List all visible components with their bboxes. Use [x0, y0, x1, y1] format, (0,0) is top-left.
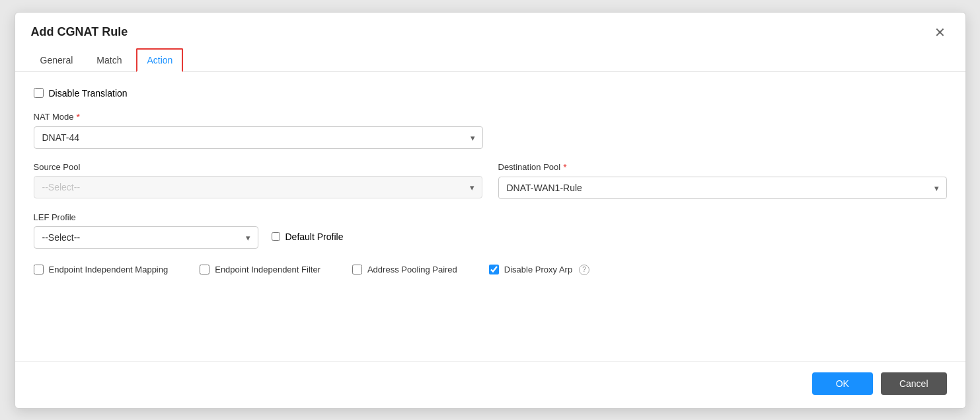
disable-translation-checkbox[interactable]: [34, 88, 44, 98]
default-profile-label: Default Profile: [285, 231, 344, 242]
cancel-button[interactable]: Cancel: [881, 372, 947, 395]
lef-row: LEF Profile --Select-- Default Profile: [34, 212, 947, 249]
pools-row: Source Pool --Select-- Destination Pool …: [34, 162, 947, 199]
destination-pool-select-wrapper: DNAT-WAN1-Rule: [498, 177, 947, 199]
disable-proxy-arp-info-icon[interactable]: ?: [579, 265, 589, 275]
checkboxes-row: Endpoint Independent Mapping Endpoint In…: [34, 265, 947, 275]
disable-translation-label: Disable Translation: [49, 88, 128, 99]
add-cgnat-rule-dialog: Add CGNAT Rule ✕ General Match Action Di…: [15, 12, 966, 409]
dialog-title: Add CGNAT Rule: [31, 25, 128, 39]
dialog-footer: OK Cancel: [15, 361, 965, 408]
nat-mode-select-wrapper: DNAT-44 DNAT-46 SNAT-44 SNAT-46: [34, 126, 483, 149]
address-pooling-paired-label: Address Pooling Paired: [367, 265, 457, 274]
endpoint-independent-mapping-label: Endpoint Independent Mapping: [49, 265, 169, 274]
destination-pool-required: *: [563, 162, 566, 173]
source-pool-select-wrapper: --Select--: [34, 176, 482, 198]
disable-proxy-arp-checkbox[interactable]: [489, 265, 499, 274]
destination-pool-label: Destination Pool *: [498, 162, 947, 173]
lef-profile-select[interactable]: --Select--: [34, 226, 258, 249]
address-pooling-paired-item: Address Pooling Paired: [352, 265, 457, 274]
destination-pool-select[interactable]: DNAT-WAN1-Rule: [498, 177, 947, 199]
ok-button[interactable]: OK: [812, 372, 873, 395]
nat-mode-required: *: [76, 112, 79, 122]
tab-match[interactable]: Match: [87, 50, 131, 72]
endpoint-independent-filter-checkbox[interactable]: [200, 265, 209, 274]
nat-mode-group: NAT Mode * DNAT-44 DNAT-46 SNAT-44 SNAT-…: [34, 112, 483, 149]
endpoint-independent-mapping-item: Endpoint Independent Mapping: [34, 265, 169, 274]
endpoint-independent-filter-item: Endpoint Independent Filter: [200, 265, 320, 274]
disable-proxy-arp-item: Disable Proxy Arp ?: [489, 265, 589, 275]
lef-profile-select-wrapper: --Select--: [34, 226, 258, 249]
endpoint-independent-mapping-checkbox[interactable]: [34, 265, 44, 274]
dialog-body: Disable Translation NAT Mode * DNAT-44 D…: [15, 72, 965, 361]
dialog-header: Add CGNAT Rule ✕: [15, 13, 965, 40]
disable-proxy-arp-label: Disable Proxy Arp: [504, 265, 572, 274]
tab-action[interactable]: Action: [136, 48, 183, 72]
default-profile-check: Default Profile: [272, 231, 344, 249]
tab-general[interactable]: General: [31, 50, 83, 72]
source-pool-select[interactable]: --Select--: [34, 176, 482, 198]
endpoint-independent-filter-label: Endpoint Independent Filter: [215, 265, 320, 274]
close-button[interactable]: ✕: [930, 24, 950, 40]
source-pool-label: Source Pool: [34, 162, 482, 172]
disable-translation-row: Disable Translation: [34, 88, 947, 99]
tabs-row: General Match Action: [15, 40, 965, 72]
lef-profile-group: LEF Profile --Select--: [34, 212, 258, 249]
source-pool-group: Source Pool --Select--: [34, 162, 482, 199]
nat-mode-select[interactable]: DNAT-44 DNAT-46 SNAT-44 SNAT-46: [34, 126, 483, 149]
default-profile-checkbox[interactable]: [272, 232, 280, 241]
lef-profile-label: LEF Profile: [34, 212, 258, 222]
destination-pool-group: Destination Pool * DNAT-WAN1-Rule: [498, 162, 947, 199]
address-pooling-paired-checkbox[interactable]: [352, 265, 362, 274]
nat-mode-label: NAT Mode *: [34, 112, 483, 122]
